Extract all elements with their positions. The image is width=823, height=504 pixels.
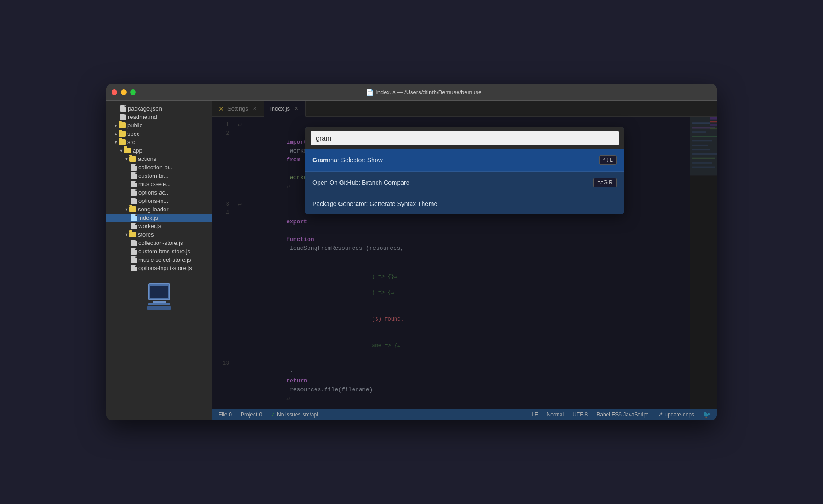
command-results-list: Grammar Selector: Show ^⇧L Open On GitHu… <box>305 149 624 214</box>
folder-expand-icon: ▼ <box>124 232 129 237</box>
tree-item-worker-js[interactable]: worker.js <box>106 222 212 230</box>
folder-icon <box>129 206 136 212</box>
file-icon <box>131 240 137 246</box>
file-icon <box>131 172 137 179</box>
tree-item-song-loader[interactable]: ▼ song-loader <box>106 205 212 214</box>
tree-item-stores[interactable]: ▼ stores <box>106 230 212 239</box>
folder-icon <box>119 139 126 145</box>
match-bold: G <box>339 179 344 186</box>
folder-collapse-icon: ▶ <box>113 131 119 137</box>
file-icon <box>131 214 137 221</box>
folder-icon <box>124 148 131 153</box>
folder-expand-icon: ▼ <box>124 207 129 212</box>
tree-item-public[interactable]: ▶ public <box>106 121 212 130</box>
file-icon <box>120 105 126 112</box>
command-palette: Grammar Selector: Show ^⇧L Open On GitHu… <box>305 127 624 214</box>
minimize-button[interactable] <box>121 89 127 95</box>
app-window: 📄 index.js — /Users/dtinth/Bemuse/bemuse… <box>106 84 717 420</box>
screen-inner <box>150 286 168 298</box>
tree-item-collection-store[interactable]: collection-store.js <box>106 239 212 247</box>
file-icon <box>131 198 137 204</box>
folder-expand-icon: ▼ <box>119 148 124 153</box>
command-keybinding: ^⇧L <box>599 155 617 165</box>
window-title: index.js — /Users/dtinth/Bemuse/bemuse <box>376 89 481 95</box>
folder-label: src <box>127 139 135 145</box>
command-keybinding: ⌥G R <box>593 178 617 187</box>
file-label: options-input-store.js <box>138 265 192 271</box>
file-type-icon: 📄 <box>366 89 373 96</box>
tree-item-custom-bms-store[interactable]: custom-bms-store.js <box>106 247 212 256</box>
computer-widget <box>106 281 212 312</box>
folder-label: public <box>127 122 142 129</box>
tree-item-music-select-store[interactable]: music-select-store.js <box>106 256 212 264</box>
file-label: index.js <box>138 214 158 221</box>
command-search-input[interactable] <box>311 131 619 145</box>
tree-item-custom-br[interactable]: custom-br... <box>106 172 212 180</box>
file-label: music-sele... <box>138 181 171 187</box>
folder-icon <box>119 122 126 128</box>
folder-icon <box>119 131 126 137</box>
file-label: options-in... <box>138 198 168 204</box>
file-tree-sidebar[interactable]: package.json readme.md ▶ public ▶ spec <box>106 101 212 420</box>
file-icon <box>131 164 137 171</box>
tree-item-options-ac[interactable]: options-ac... <box>106 188 212 197</box>
tree-item-package-json[interactable]: package.json <box>106 104 212 113</box>
tree-item-collection-br[interactable]: collection-br... <box>106 163 212 172</box>
command-result-label: Package Generator: Generate Syntax Theme <box>312 200 437 207</box>
tree-item-spec[interactable]: ▶ spec <box>106 130 212 138</box>
tree-item-app[interactable]: ▼ app <box>106 146 212 155</box>
editor-area: ✕ Settings ✕ index.js ✕ 1 ↵ <box>212 101 717 420</box>
tree-item-options-input-store[interactable]: options-input-store.js <box>106 264 212 272</box>
tree-item-src[interactable]: ▼ src <box>106 138 212 146</box>
file-icon <box>120 114 126 120</box>
file-label: package.json <box>128 105 162 112</box>
file-label: collection-store.js <box>138 240 183 246</box>
tree-item-music-sele[interactable]: music-sele... <box>106 180 212 188</box>
file-label: worker.js <box>138 223 161 229</box>
file-icon <box>131 248 137 255</box>
tree-item-actions[interactable]: ▼ actions <box>106 155 212 163</box>
command-result-label: Open On GitHub: Branch Compare <box>312 179 410 186</box>
file-icon <box>131 181 137 187</box>
folder-expand-icon: ▼ <box>124 157 129 162</box>
folder-collapse-icon: ▶ <box>113 123 119 128</box>
keyboard <box>147 306 171 310</box>
file-icon <box>131 256 137 263</box>
window-title-area: 📄 index.js — /Users/dtinth/Bemuse/bemuse <box>136 89 711 96</box>
folder-label: app <box>133 147 142 154</box>
command-result-package-generator[interactable]: Package Generator: Generate Syntax Theme <box>305 194 624 214</box>
folder-expand-icon: ▼ <box>113 140 119 145</box>
tree-item-readme[interactable]: readme.md <box>106 113 212 121</box>
command-result-label: Grammar Selector: Show <box>312 157 383 164</box>
match-bold3: m <box>392 179 397 186</box>
title-bar: 📄 index.js — /Users/dtinth/Bemuse/bemuse <box>106 84 717 101</box>
folder-label: song-loader <box>138 206 169 213</box>
traffic-lights <box>112 89 136 95</box>
match-bold2: a <box>355 200 359 207</box>
tree-item-index-js[interactable]: index.js <box>106 214 212 222</box>
maximize-button[interactable] <box>130 89 136 95</box>
folder-label: actions <box>138 156 156 162</box>
match-bold: G <box>338 200 343 207</box>
folder-icon <box>129 156 136 162</box>
file-label: options-ac... <box>138 189 170 196</box>
match-bold2: r <box>366 179 368 186</box>
match-rest: mar Selector: Show <box>329 157 383 164</box>
close-button[interactable] <box>112 89 117 95</box>
tree-item-options-in[interactable]: options-in... <box>106 197 212 205</box>
screen <box>148 283 170 300</box>
file-label: custom-br... <box>138 172 169 179</box>
file-label: collection-br... <box>138 164 174 171</box>
match-bold: Gram <box>312 157 329 164</box>
command-palette-overlay: Grammar Selector: Show ^⇧L Open On GitHu… <box>212 101 717 420</box>
command-result-open-github[interactable]: Open On GitHub: Branch Compare ⌥G R <box>305 172 624 194</box>
folder-icon <box>129 232 136 237</box>
main-content: package.json readme.md ▶ public ▶ spec <box>106 101 717 420</box>
monitor-base <box>148 303 170 305</box>
command-input-wrapper <box>305 127 624 149</box>
folder-label: spec <box>127 130 139 137</box>
file-icon <box>131 189 137 196</box>
file-icon <box>131 265 137 271</box>
command-result-grammar-selector[interactable]: Grammar Selector: Show ^⇧L <box>305 149 624 172</box>
folder-label: stores <box>138 231 154 238</box>
